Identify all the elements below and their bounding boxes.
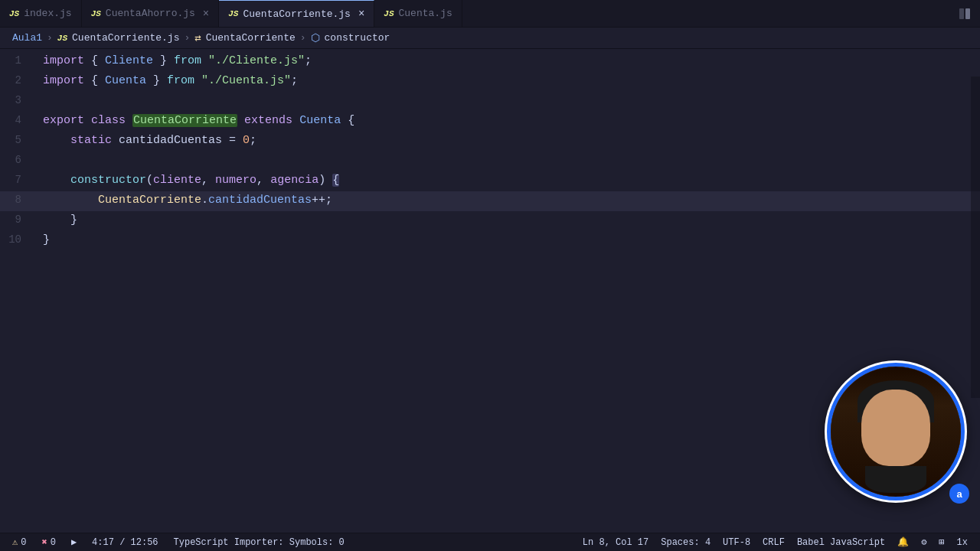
gear-icon: ⚙ bbox=[921, 536, 926, 548]
breadcrumb-sep1: › bbox=[47, 32, 53, 44]
token-punct bbox=[126, 114, 132, 127]
js-icon: JS bbox=[9, 9, 19, 18]
line-ending-setting[interactable]: CRLF bbox=[756, 533, 791, 552]
token-str: "./Cuenta.js" bbox=[194, 74, 291, 87]
token-kw2: from bbox=[174, 54, 201, 67]
line-number-10: 10 bbox=[0, 231, 40, 248]
token-cls2: Cuenta bbox=[299, 114, 341, 127]
multiplier-display[interactable]: 1x bbox=[951, 533, 974, 552]
code-line-1[interactable]: 1import { Cliente } from "./Cliente.js"; bbox=[0, 52, 980, 72]
tab-cuentacorriente[interactable]: JS CuentaCorriente.js × bbox=[219, 0, 374, 27]
line-number-5: 5 bbox=[0, 132, 40, 148]
line-content-10: } bbox=[40, 231, 980, 249]
token-punct: , bbox=[201, 174, 215, 187]
token-cls2: Cuenta bbox=[105, 74, 146, 87]
svg-rect-1 bbox=[965, 8, 970, 19]
face-skin bbox=[861, 390, 930, 466]
encoding-label: UTF-8 bbox=[723, 537, 750, 548]
token-punct bbox=[237, 114, 244, 127]
token-punct: ++; bbox=[312, 194, 332, 207]
cursor-position-label: Ln 8, Col 17 bbox=[583, 537, 648, 548]
language-setting[interactable]: Babel JavaScript bbox=[791, 533, 891, 552]
token-param: numero bbox=[215, 174, 256, 187]
notifications-icon[interactable]: 🔔 bbox=[891, 533, 915, 552]
tab-layout-icon[interactable] bbox=[949, 0, 980, 27]
status-bar: ⚠ 0 ✖ 0 ▶ 4:17 / 12:56 TypeScript Import… bbox=[0, 533, 980, 551]
split-editor-icon bbox=[959, 8, 971, 20]
line-number-3: 3 bbox=[0, 92, 40, 109]
code-line-2[interactable]: 2import { Cuenta } from "./Cuenta.js"; bbox=[0, 72, 980, 92]
line-number-1: 1 bbox=[0, 52, 40, 69]
token-punct: ; bbox=[250, 134, 256, 147]
code-line-7[interactable]: 7 constructor(cliente, numero, agencia) … bbox=[0, 171, 980, 191]
line-ending-label: CRLF bbox=[763, 537, 785, 548]
tab-index[interactable]: JS index.js bbox=[0, 0, 82, 27]
status-left: ⚠ 0 ✖ 0 ▶ 4:17 / 12:56 TypeScript Import… bbox=[6, 533, 351, 552]
tab-bar: JS index.js JS CuentaAhorro.js × JS Cuen… bbox=[0, 0, 980, 28]
token-punct: = bbox=[222, 134, 243, 147]
line-number-6: 6 bbox=[0, 152, 40, 168]
token-punct: } bbox=[43, 233, 50, 246]
encoding-setting[interactable]: UTF-8 bbox=[717, 533, 756, 552]
webcam-label: a bbox=[949, 484, 969, 504]
token-punct: } bbox=[146, 74, 167, 87]
token-punct: { bbox=[84, 74, 105, 87]
webcam-face bbox=[831, 367, 961, 497]
code-line-8[interactable]: 8 CuentaCorriente.cantidadCuentas++; bbox=[0, 191, 980, 211]
tab-cuenta-label: Cuenta.js bbox=[399, 8, 452, 19]
tab-cuenta[interactable]: JS Cuenta.js bbox=[374, 0, 462, 27]
close-cuentacorriente-button[interactable]: × bbox=[358, 8, 364, 20]
token-kw: extends bbox=[244, 114, 292, 127]
token-punct bbox=[292, 114, 299, 127]
ts-importer-label: TypeScript Importer: Symbols: 0 bbox=[174, 537, 345, 548]
token-punct: { bbox=[341, 114, 354, 127]
breadcrumb-file[interactable]: CuentaCorriente.js bbox=[72, 32, 179, 44]
layout-icon-symbol: ⊞ bbox=[939, 536, 944, 548]
close-cuentaahorro-button[interactable]: × bbox=[203, 8, 209, 20]
breadcrumb-sep3: › bbox=[300, 32, 306, 44]
breadcrumb-workspace[interactable]: Aula1 bbox=[12, 32, 42, 44]
minimap[interactable] bbox=[971, 77, 980, 398]
token-indent bbox=[43, 174, 70, 187]
error-count: 0 bbox=[51, 537, 56, 548]
cursor-position[interactable]: Ln 8, Col 17 bbox=[577, 533, 655, 552]
tab-cuentaahorro-label: CuentaAhorro.js bbox=[106, 8, 195, 19]
layout-icon[interactable]: ⊞ bbox=[933, 533, 950, 552]
settings-icon[interactable]: ⚙ bbox=[915, 533, 933, 552]
status-right: Ln 8, Col 17 Spaces: 4 UTF-8 CRLF Babel … bbox=[577, 533, 974, 552]
code-line-9[interactable]: 9 } bbox=[0, 211, 980, 231]
status-warning-item[interactable]: ⚠ 0 bbox=[6, 533, 32, 552]
spaces-label: Spaces: 4 bbox=[661, 537, 710, 548]
token-punct: ; bbox=[305, 54, 312, 67]
spaces-setting[interactable]: Spaces: 4 bbox=[655, 533, 717, 552]
token-indent bbox=[43, 194, 98, 207]
line-number-2: 2 bbox=[0, 72, 40, 89]
token-punct: { bbox=[84, 54, 105, 67]
code-line-5[interactable]: 5 static cantidadCuentas = 0; bbox=[0, 132, 980, 152]
token-kw: import bbox=[43, 74, 84, 87]
code-line-6[interactable]: 6 bbox=[0, 152, 980, 171]
token-cls-highlight: CuentaCorriente bbox=[132, 114, 237, 127]
token-punct: , bbox=[256, 174, 270, 187]
line-number-7: 7 bbox=[0, 171, 40, 188]
breadcrumb-method[interactable]: constructor bbox=[325, 32, 390, 44]
tab-cuentaahorro[interactable]: JS CuentaAhorro.js × bbox=[82, 0, 220, 27]
warning-count: 0 bbox=[21, 537, 26, 548]
code-line-3[interactable]: 3 bbox=[0, 92, 980, 112]
breadcrumb-class[interactable]: CuentaCorriente bbox=[206, 32, 296, 44]
breadcrumb: Aula1 › JS CuentaCorriente.js › ⇄ Cuenta… bbox=[0, 28, 980, 49]
webcam-overlay bbox=[827, 363, 965, 500]
token-num: 0 bbox=[243, 134, 250, 147]
video-play-button[interactable]: ▶ bbox=[65, 533, 83, 552]
language-label: Babel JavaScript bbox=[797, 537, 885, 548]
code-editor[interactable]: 1import { Cliente } from "./Cliente.js";… bbox=[0, 49, 980, 251]
video-time-label: 4:17 / 12:56 bbox=[92, 537, 158, 548]
code-line-4[interactable]: 4export class CuentaCorriente extends Cu… bbox=[0, 112, 980, 132]
code-line-10[interactable]: 10} bbox=[0, 231, 980, 251]
js-icon-4: JS bbox=[384, 9, 394, 18]
ts-importer-status[interactable]: TypeScript Importer: Symbols: 0 bbox=[168, 533, 351, 552]
line-content-1: import { Cliente } from "./Cliente.js"; bbox=[40, 52, 980, 70]
status-error-item[interactable]: ✖ 0 bbox=[35, 533, 61, 552]
breadcrumb-sep2: › bbox=[184, 32, 190, 44]
token-punct: ) bbox=[318, 174, 332, 187]
